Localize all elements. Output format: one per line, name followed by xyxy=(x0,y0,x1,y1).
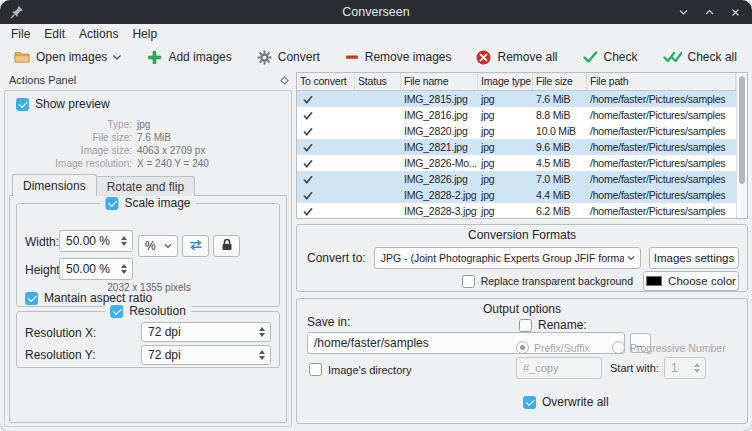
overwrite-all-label: Overwrite all xyxy=(542,395,609,409)
row-checkbox[interactable] xyxy=(300,127,313,136)
info-value: X = 240 Y = 240 xyxy=(137,157,209,170)
app-icon xyxy=(10,5,24,19)
chevron-down-icon xyxy=(112,54,122,61)
start-with-value: 1 xyxy=(671,361,678,375)
rename-checkbox[interactable]: Rename: xyxy=(519,318,587,332)
cell-to-convert xyxy=(297,187,355,203)
column-header-file-path[interactable]: File path xyxy=(587,73,736,90)
menu-actions[interactable]: Actions xyxy=(72,25,125,43)
cell-image-type: jpg xyxy=(478,171,533,187)
cell-status xyxy=(355,155,401,171)
toolbar-button-label: Open images xyxy=(36,50,107,64)
cell-to-convert xyxy=(297,91,355,107)
table-row[interactable]: IMG_2816.jpgjpg8.8 MiB/home/faster/Pictu… xyxy=(297,107,736,123)
tab-dimensions[interactable]: Dimensions xyxy=(12,174,97,196)
show-preview-checkbox[interactable]: Show preview xyxy=(16,97,110,111)
progressive-number-radio[interactable]: Progressive Number xyxy=(612,341,726,354)
cell-file-name: IMG_2815.jpg xyxy=(401,91,478,107)
table-row[interactable]: IMG_2826.jpgjpg7.0 MiB/home/faster/Pictu… xyxy=(297,171,736,187)
convert-to-row: Convert to: JPG - (Joint Photographic Ex… xyxy=(307,247,739,269)
format-select[interactable]: JPG - (Joint Photographic Experts Group … xyxy=(374,247,641,269)
info-row: Type:jpg xyxy=(10,118,280,131)
row-checkbox[interactable] xyxy=(300,143,313,152)
overwrite-all-checkbox[interactable]: Overwrite all xyxy=(523,395,609,409)
menu-file[interactable]: File xyxy=(4,25,37,43)
table-row[interactable]: IMG_2815.jpgjpg7.6 MiB/home/faster/Pictu… xyxy=(297,91,736,107)
menu-edit[interactable]: Edit xyxy=(37,25,72,43)
cell-image-type: jpg xyxy=(478,107,533,123)
table-row[interactable]: IMG_2821.jpgjpg9.6 MiB/home/faster/Pictu… xyxy=(297,139,736,155)
color-swatch xyxy=(646,276,662,286)
row-checkbox[interactable] xyxy=(300,191,313,200)
row-checkbox[interactable] xyxy=(300,111,313,120)
menu-help[interactable]: Help xyxy=(125,25,164,43)
info-value: jpg xyxy=(137,118,150,131)
toolbar-button-label: Check xyxy=(604,50,638,64)
save-in-label: Save in: xyxy=(307,315,350,329)
scrollbar-handle[interactable] xyxy=(739,76,745,184)
rename-pattern-input[interactable]: #_copy xyxy=(516,357,602,379)
file-table-header: To convertStatusFile nameImage typeFile … xyxy=(297,73,736,91)
remove-all-icon xyxy=(476,50,491,65)
check-all-button[interactable]: Check all xyxy=(657,47,743,67)
replace-background-checkbox[interactable]: Replace transparent background xyxy=(462,275,633,288)
row-checkbox[interactable] xyxy=(300,95,313,104)
titlebar[interactable]: Converseen xyxy=(0,0,752,24)
table-row[interactable]: IMG_2828-2.jpgjpg4.4 MiB/home/faster/Pic… xyxy=(297,187,736,203)
cell-file-size: 4.5 MiB xyxy=(533,155,587,171)
cell-file-path: /home/faster/Pictures/samples xyxy=(587,187,736,203)
images-settings-button[interactable]: Images settings xyxy=(649,247,739,269)
radio-circle xyxy=(612,341,625,354)
convert-button[interactable]: Convert xyxy=(251,47,326,68)
cell-file-name: IMG_2826.jpg xyxy=(401,171,478,187)
tab-rotate-and-flip[interactable]: Rotate and flip xyxy=(97,176,195,196)
check-button[interactable]: Check xyxy=(577,47,644,67)
column-header-file-size[interactable]: File size xyxy=(533,73,587,90)
info-row: Image size:4063 x 2709 px xyxy=(10,144,280,157)
cell-status xyxy=(355,187,401,203)
prefix-suffix-radio[interactable]: Prefix/Suffix xyxy=(516,341,590,354)
remove-minus-icon xyxy=(345,50,359,64)
maximize-button[interactable] xyxy=(703,6,716,19)
actions-panel-header: Actions Panel xyxy=(9,72,289,88)
table-row[interactable]: IMG_2820.jpgjpg10.0 MiB/home/faster/Pict… xyxy=(297,123,736,139)
cell-status xyxy=(355,123,401,139)
close-button[interactable] xyxy=(729,6,742,19)
choose-color-button[interactable]: Choose color xyxy=(643,271,739,291)
cell-file-path: /home/faster/Pictures/samples xyxy=(587,155,736,171)
table-row[interactable]: IMG_2826-Mo...jpg4.5 MiB/home/faster/Pic… xyxy=(297,155,736,171)
float-panel-icon[interactable] xyxy=(280,76,289,85)
cell-image-type: jpg xyxy=(478,123,533,139)
column-header-to-convert[interactable]: To convert xyxy=(297,73,355,90)
cell-status xyxy=(355,171,401,187)
column-header-image-type[interactable]: Image type xyxy=(478,73,533,90)
row-checkbox[interactable] xyxy=(300,159,313,168)
column-header-status[interactable]: Status xyxy=(355,73,401,90)
images-directory-checkbox[interactable]: Image's directory xyxy=(309,363,411,376)
open-images-button[interactable]: Open images xyxy=(8,46,128,68)
add-images-button[interactable]: Add images xyxy=(141,47,237,68)
start-with-spinbox[interactable]: 1 xyxy=(664,357,706,379)
table-scrollbar[interactable] xyxy=(736,73,747,218)
cell-to-convert xyxy=(297,203,355,218)
output-options-group: Output options Save in: /home/faster/sam… xyxy=(296,298,748,424)
convert-to-label: Convert to: xyxy=(307,251,366,265)
remove-images-button[interactable]: Remove images xyxy=(339,47,458,67)
toolbar-button-label: Add images xyxy=(168,50,231,64)
cell-image-type: jpg xyxy=(478,139,533,155)
cell-file-size: 10.0 MiB xyxy=(533,123,587,139)
row-checkbox[interactable] xyxy=(300,207,313,216)
row-checkbox[interactable] xyxy=(300,175,313,184)
cell-image-type: jpg xyxy=(478,203,533,218)
table-row[interactable]: IMG_2828-3.jpgjpg6.2 MiB/home/faster/Pic… xyxy=(297,203,736,218)
minimize-button[interactable] xyxy=(677,6,690,19)
column-header-file-name[interactable]: File name xyxy=(401,73,478,90)
info-row: File size:7.6 MiB xyxy=(10,131,280,144)
toolbar-button-label: Remove images xyxy=(365,50,452,64)
start-with-label: Start with: xyxy=(610,362,659,374)
remove-all-button[interactable]: Remove all xyxy=(470,47,563,68)
checkbox-box xyxy=(523,396,536,409)
save-path-value: /home/faster/samples xyxy=(314,336,429,350)
rename-pattern-value: #_copy xyxy=(523,362,558,374)
spinner-arrows-icon xyxy=(691,363,705,374)
